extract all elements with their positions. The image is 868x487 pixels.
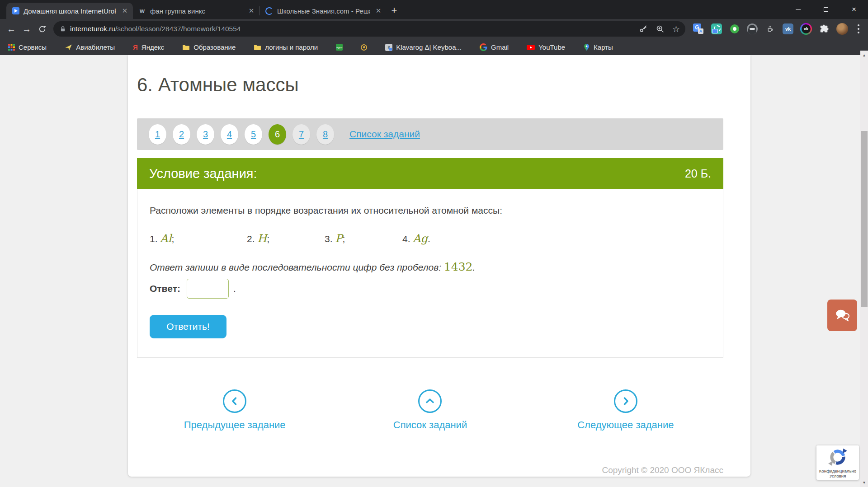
bookmark-klavarog[interactable]: К Klavarog Δ| Keyboa... bbox=[385, 43, 462, 51]
chat-widget-button[interactable] bbox=[827, 300, 857, 331]
answer-suffix: . bbox=[233, 283, 236, 294]
spinner-favicon-icon bbox=[265, 7, 273, 15]
next-task-label[interactable]: Следующее задание bbox=[577, 419, 674, 431]
recaptcha-logo-icon bbox=[828, 448, 847, 467]
task-list-label[interactable]: Список заданий bbox=[393, 419, 467, 431]
vk-coffee-extension-icon[interactable]: vk bbox=[800, 23, 812, 35]
admin-tools-extension-icon[interactable] bbox=[711, 23, 722, 35]
element-symbol: Al bbox=[160, 232, 171, 245]
maximize-button[interactable] bbox=[812, 0, 840, 19]
page-scrollbar[interactable]: ▲ ▼ bbox=[860, 51, 868, 487]
scrollbar-up-arrow-icon[interactable]: ▲ bbox=[860, 52, 868, 59]
task-list-nav[interactable]: Список заданий bbox=[332, 389, 528, 431]
bookmark-gmail[interactable]: Gmail bbox=[480, 43, 509, 51]
pagination-item-8[interactable]: 8 bbox=[316, 124, 334, 145]
bookmark-label: Сервисы bbox=[19, 43, 47, 51]
tab-close-icon[interactable]: ✕ bbox=[374, 7, 383, 15]
translate-extension-icon[interactable]: GA bbox=[693, 23, 704, 35]
chat-bubbles-icon bbox=[834, 308, 851, 323]
scrollbar-down-arrow-icon[interactable]: ▼ bbox=[860, 479, 868, 486]
pagination-item-3[interactable]: 3 bbox=[197, 124, 214, 145]
airplane-icon bbox=[65, 43, 72, 51]
bookmark-services[interactable]: Сервисы bbox=[8, 43, 47, 51]
chevron-right-icon[interactable] bbox=[614, 389, 637, 413]
bookmark-emblem[interactable] bbox=[361, 44, 367, 51]
recaptcha-badge: Конфиденциально Условия bbox=[816, 445, 859, 480]
lock-icon bbox=[60, 26, 66, 33]
java-extension-icon[interactable] bbox=[764, 23, 776, 35]
tab-vk-group[interactable]: w фан группа винкс ✕ bbox=[133, 3, 259, 19]
bookmark-label: YouTube bbox=[538, 43, 565, 51]
task-question: Расположи элементы в порядке возрастания… bbox=[150, 205, 711, 216]
pagination-item-7[interactable]: 7 bbox=[292, 124, 310, 145]
answer-input[interactable] bbox=[187, 279, 229, 299]
chrome-menu-icon[interactable] bbox=[854, 24, 863, 34]
emblem-icon bbox=[361, 44, 367, 51]
bookmark-star-icon[interactable]: ☆ bbox=[672, 25, 680, 33]
pagination-item-5[interactable]: 5 bbox=[245, 124, 262, 145]
keycap-icon: К bbox=[385, 44, 392, 51]
pagination-item-4[interactable]: 4 bbox=[221, 124, 238, 145]
minimize-button[interactable] bbox=[784, 0, 812, 19]
scrollbar-thumb[interactable] bbox=[861, 131, 868, 307]
content-card: 6. Атомные массы 1 2 3 4 5 6 7 8 Список … bbox=[128, 55, 750, 477]
submit-answer-button[interactable]: Ответить! bbox=[150, 315, 226, 338]
page-title: 6. Атомные массы bbox=[137, 55, 723, 97]
tab-znania[interactable]: Школьные Знания.com - Реша ✕ bbox=[260, 3, 387, 19]
url-domain: interneturok.ru bbox=[70, 25, 115, 33]
task-card: Условие задания: 20 Б. Расположи элемент… bbox=[137, 158, 723, 358]
option-4: 4. Ag. bbox=[402, 232, 480, 245]
extension-strip: GA vk vk bbox=[689, 23, 864, 35]
vk-extension-icon[interactable]: vk bbox=[782, 23, 794, 35]
screen: Домашняя школа InternetUrok.ru ✕ w фан г… bbox=[0, 0, 868, 487]
tab-close-icon[interactable]: ✕ bbox=[120, 7, 129, 15]
bookmark-tickets[interactable]: Авиабилеты bbox=[65, 43, 115, 51]
pagination-item-2[interactable]: 2 bbox=[173, 124, 190, 145]
browser-toolbar: ← → interneturok.ru/school/lesson/28437/… bbox=[0, 19, 868, 39]
chevron-up-icon[interactable] bbox=[418, 389, 442, 413]
option-2: 2. H; bbox=[247, 232, 325, 245]
bookmark-folder-logins[interactable]: логины и пароли bbox=[254, 43, 318, 51]
yandex-icon: Я bbox=[133, 43, 138, 51]
next-task-nav[interactable]: Следующее задание bbox=[528, 389, 723, 431]
profile-avatar[interactable] bbox=[836, 23, 848, 35]
chevron-left-icon[interactable] bbox=[223, 389, 246, 413]
bookmark-label: Gmail bbox=[491, 43, 509, 51]
window-controls: × bbox=[784, 0, 868, 19]
tab-title: Школьные Знания.com - Реша bbox=[277, 7, 370, 15]
prev-task-nav[interactable]: Предыдущее задание bbox=[137, 389, 332, 431]
new-tab-button[interactable]: + bbox=[387, 3, 402, 18]
task-list-link[interactable]: Список заданий bbox=[349, 129, 420, 140]
option-3: 3. P; bbox=[325, 232, 402, 245]
answer-row: Ответ: . bbox=[150, 279, 711, 299]
close-button[interactable]: × bbox=[840, 0, 868, 19]
bookmarks-bar: Сервисы Авиабилеты Я Яндекс Образование … bbox=[0, 39, 868, 55]
element-symbol: Ag bbox=[413, 232, 428, 245]
proxy-ninja-extension-icon[interactable] bbox=[747, 23, 758, 34]
pagination-item-1[interactable]: 1 bbox=[149, 124, 166, 145]
bookmark-label: Образование bbox=[193, 43, 236, 51]
tab-close-icon[interactable]: ✕ bbox=[247, 7, 256, 15]
back-icon[interactable]: ← bbox=[4, 21, 19, 37]
task-body: Расположи элементы в порядке возрастания… bbox=[137, 189, 723, 357]
zoom-in-icon[interactable] bbox=[656, 24, 665, 33]
task-options: 1. Al;2. H;3. P;4. Ag. bbox=[150, 232, 711, 245]
prev-task-label[interactable]: Предыдущее задание bbox=[184, 419, 286, 431]
bookmark-youtube[interactable]: YouTube bbox=[527, 43, 565, 51]
password-key-icon[interactable] bbox=[639, 24, 648, 33]
bookmark-label: Яндекс bbox=[142, 43, 164, 51]
bookmark-folder-education[interactable]: Образование bbox=[182, 43, 236, 51]
address-bar[interactable]: interneturok.ru/school/lesson/28437/home… bbox=[53, 21, 685, 37]
tab-interneturok[interactable]: Домашняя школа InternetUrok.ru ✕ bbox=[6, 3, 133, 19]
extensions-puzzle-icon[interactable] bbox=[818, 23, 830, 35]
forward-icon[interactable]: → bbox=[19, 21, 34, 37]
bookmark-label: Klavarog Δ| Keyboa... bbox=[396, 43, 462, 51]
bookmark-yandex[interactable]: Я Яндекс bbox=[133, 43, 164, 51]
element-symbol: P bbox=[335, 232, 342, 245]
refresh-icon[interactable] bbox=[34, 21, 50, 37]
answer-format-example: 1432 bbox=[444, 260, 473, 273]
pagination-item-6-active[interactable]: 6 bbox=[269, 124, 286, 145]
bookmark-maps[interactable]: Карты bbox=[583, 43, 613, 51]
bookmark-egov[interactable]: egov bbox=[336, 44, 343, 51]
adblock-extension-icon[interactable] bbox=[729, 23, 741, 35]
